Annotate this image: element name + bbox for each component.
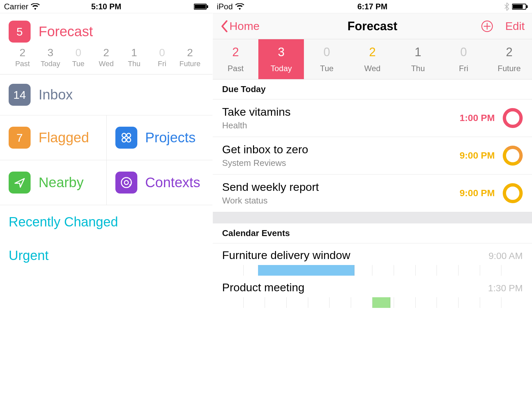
forecast-label: Forecast xyxy=(39,24,93,40)
chevron-left-icon xyxy=(220,20,229,32)
svg-rect-11 xyxy=(526,5,528,8)
day-future[interactable]: 2Future xyxy=(176,47,204,68)
flagged-label: Flagged xyxy=(39,130,89,146)
day-wed[interactable]: 2Wed xyxy=(92,47,120,68)
day-today[interactable]: 3Today xyxy=(258,39,304,79)
event-row[interactable]: Furniture delivery window9:00 AM xyxy=(213,243,532,276)
inbox-row[interactable]: 14 Inbox xyxy=(0,74,212,115)
task-status-ring[interactable] xyxy=(503,183,523,203)
projects-label: Projects xyxy=(145,130,196,146)
task-status-ring[interactable] xyxy=(503,146,523,166)
event-time: 9:00 AM xyxy=(488,251,523,261)
inbox-count: 14 xyxy=(13,88,26,101)
nav-back-label: Home xyxy=(229,20,260,33)
svg-point-6 xyxy=(127,138,131,142)
task-row[interactable]: Get inbox to zeroSystem Reviews9:00 PM xyxy=(213,137,532,175)
svg-point-8 xyxy=(124,181,128,185)
svg-rect-10 xyxy=(513,5,523,9)
task-row[interactable]: Send weekly reportWork status9:00 PM xyxy=(213,175,532,212)
event-title: Product meeting xyxy=(222,281,305,294)
svg-rect-1 xyxy=(195,5,206,9)
contexts-tile[interactable]: Contexts xyxy=(106,160,213,205)
day-label: Tue xyxy=(304,64,349,73)
day-label: Past xyxy=(213,64,258,73)
section-gap xyxy=(213,212,532,223)
recently-changed-link[interactable]: Recently Changed xyxy=(0,205,212,239)
projects-icon xyxy=(115,127,137,149)
wifi-icon xyxy=(31,3,40,10)
day-fri[interactable]: 0Fri xyxy=(148,47,176,68)
day-thu[interactable]: 1Thu xyxy=(395,39,441,79)
nav-bar: Home Forecast Edit xyxy=(213,13,532,39)
day-fri[interactable]: 0Fri xyxy=(441,39,486,79)
svg-point-7 xyxy=(121,178,131,188)
projects-tile[interactable]: Projects xyxy=(106,115,213,160)
flagged-tile[interactable]: 7 Flagged xyxy=(0,115,106,160)
urgent-link[interactable]: Urgent xyxy=(0,239,212,272)
svg-point-3 xyxy=(122,133,126,137)
event-title: Furniture delivery window xyxy=(222,249,350,262)
day-label: Future xyxy=(486,64,532,73)
nav-title: Forecast xyxy=(347,19,397,33)
tiles-grid: 7 Flagged Projects Nearby Contexts xyxy=(0,115,212,205)
flagged-count: 7 xyxy=(17,131,23,144)
event-block xyxy=(372,297,390,308)
task-status-ring[interactable] xyxy=(503,108,523,128)
day-future[interactable]: 2Future xyxy=(486,39,532,79)
day-wed[interactable]: 2Wed xyxy=(349,39,395,79)
day-count: 2 xyxy=(486,45,532,59)
status-bar: iPod 6:17 PM xyxy=(213,0,532,13)
device-label: iPod xyxy=(217,2,233,11)
day-label: Fri xyxy=(441,64,486,73)
task-project: System Reviews xyxy=(222,158,454,168)
event-timeline xyxy=(222,265,523,276)
status-time: 6:17 PM xyxy=(357,2,388,11)
day-label: Wed xyxy=(349,64,395,73)
day-count: 0 xyxy=(304,45,349,59)
forecast-badge: 5 xyxy=(9,21,31,43)
svg-point-4 xyxy=(127,133,131,137)
event-timeline xyxy=(222,297,523,308)
battery-icon xyxy=(512,3,528,10)
nearby-icon xyxy=(9,172,31,194)
day-tue[interactable]: 0Tue xyxy=(65,47,92,68)
event-row[interactable]: Product meeting1:30 PM xyxy=(213,276,532,308)
day-thu[interactable]: 1Thu xyxy=(120,47,148,68)
forecast-count: 5 xyxy=(17,25,23,38)
carrier-label: Carrier xyxy=(4,2,28,11)
inbox-label: Inbox xyxy=(39,87,73,103)
day-tue[interactable]: 0Tue xyxy=(304,39,349,79)
forecast-screen: iPod 6:17 PM Home xyxy=(213,0,532,399)
day-past[interactable]: 2Past xyxy=(213,39,258,79)
task-title: Take vitamins xyxy=(222,105,454,118)
day-count: 0 xyxy=(441,45,486,59)
event-block xyxy=(258,265,354,276)
forecast-days-row: 2Past 3Today 0Tue 2Wed 1Thu 0Fri 2Future xyxy=(0,44,212,74)
event-time: 1:30 PM xyxy=(488,283,523,294)
day-count: 2 xyxy=(213,45,258,59)
battery-icon xyxy=(194,3,208,10)
contexts-icon xyxy=(115,172,137,194)
edit-button[interactable]: Edit xyxy=(505,20,525,33)
day-past[interactable]: 2Past xyxy=(9,47,36,68)
status-bar: Carrier 5:10 PM xyxy=(0,0,212,13)
day-today[interactable]: 3Today xyxy=(37,47,64,68)
day-count: 2 xyxy=(349,45,395,59)
home-screen: Carrier 5:10 PM 5 Forecast 2Past 3Today … xyxy=(0,0,213,399)
section-due-today: Due Today xyxy=(213,79,532,99)
task-row[interactable]: Take vitaminsHealth1:00 PM xyxy=(213,99,532,137)
day-count: 1 xyxy=(395,45,441,59)
day-label: Today xyxy=(258,64,304,73)
day-label: Thu xyxy=(395,64,441,73)
forecast-row[interactable]: 5 Forecast xyxy=(0,13,212,44)
section-calendar-events: Calendar Events xyxy=(213,223,532,243)
nav-back-button[interactable]: Home xyxy=(220,20,347,33)
contexts-label: Contexts xyxy=(145,175,200,191)
task-title: Get inbox to zero xyxy=(222,143,454,156)
task-title: Send weekly report xyxy=(222,181,454,194)
nearby-tile[interactable]: Nearby xyxy=(0,160,106,205)
task-time: 1:00 PM xyxy=(460,113,495,123)
add-button[interactable] xyxy=(480,20,494,33)
task-project: Health xyxy=(222,120,454,131)
wifi-icon xyxy=(235,3,244,10)
